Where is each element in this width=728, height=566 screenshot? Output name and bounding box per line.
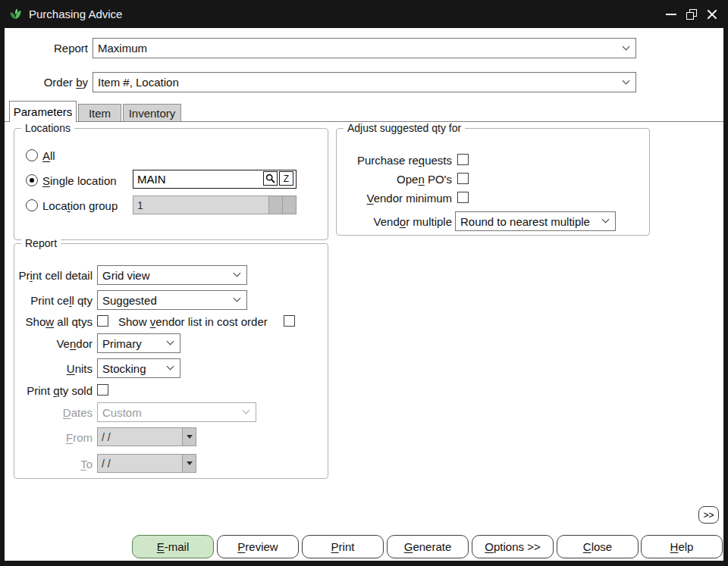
vendor-label: Vendor [8, 338, 93, 350]
chevron-down-icon [234, 295, 241, 302]
minimize-icon [666, 14, 676, 15]
purchasing-advice-window: Purchasing Advice Report Maximum Order b… [0, 0, 728, 566]
tab-parameters[interactable]: Parameters [9, 101, 77, 122]
vendor-minimum-label: Vendor minimum [338, 192, 452, 205]
order-by-dropdown[interactable]: Item #, Location [93, 72, 636, 92]
single-location-field: Z [133, 170, 297, 189]
print-qty-sold-checkbox[interactable] [97, 384, 108, 396]
report-dropdown[interactable]: Maximum [93, 38, 636, 58]
chevron-down-icon [167, 363, 174, 371]
generate-button[interactable]: Generate [387, 535, 469, 558]
location-group-value: 1 [137, 199, 143, 211]
zoom-button[interactable]: Z [279, 171, 293, 186]
print-cell-detail-value: Grid view [102, 269, 150, 282]
chevron-down-icon [234, 270, 241, 277]
spinner-left-button [268, 196, 282, 214]
open-pos-label: Open PO's [338, 174, 452, 186]
location-group-radio[interactable] [26, 199, 38, 211]
app-icon [9, 8, 22, 20]
minimize-button[interactable] [661, 4, 681, 24]
vendor-minimum-checkbox[interactable] [457, 192, 469, 203]
dates-dropdown: Custom [97, 402, 256, 422]
expand-panel-button[interactable]: >> [698, 506, 719, 524]
close-dialog-button[interactable]: Close [557, 535, 639, 558]
chevron-down-icon [602, 216, 610, 224]
print-cell-qty-dropdown[interactable]: Suggested [97, 290, 247, 310]
units-label: Units [8, 363, 93, 375]
window-controls [661, 0, 722, 28]
single-location-radio[interactable] [26, 174, 38, 186]
zoom-glyph: Z [284, 174, 289, 184]
options-button[interactable]: Options >> [472, 535, 554, 558]
close-button[interactable] [701, 4, 722, 24]
calendar-dropdown-icon [182, 428, 196, 446]
chevron-down-icon [243, 407, 250, 414]
adjust-qty-legend: Adjust suggested qty for [344, 122, 465, 134]
restore-button[interactable] [681, 4, 701, 24]
show-vendor-list-checkbox[interactable] [284, 315, 295, 327]
to-label: To [8, 458, 93, 471]
close-icon [706, 8, 718, 20]
all-label: All [42, 150, 55, 162]
vendor-dropdown[interactable]: Primary [97, 333, 180, 353]
dates-value: Custom [102, 406, 142, 419]
print-cell-qty-value: Suggested [102, 294, 157, 307]
tab-item[interactable]: Item [78, 104, 121, 121]
location-group-field: 1 [133, 195, 297, 214]
vendor-multiple-label: Vendor multiple [338, 216, 452, 228]
single-location-label: Single location [42, 175, 117, 187]
to-date-value: / / [102, 458, 111, 470]
print-button[interactable]: Print [302, 535, 384, 558]
purchase-requests-label: Purchase requests [338, 155, 452, 167]
show-all-qtys-checkbox[interactable] [97, 315, 108, 327]
locations-legend: Locations [21, 122, 74, 134]
spinner-right-button [282, 196, 296, 214]
report-label: Report [9, 42, 88, 55]
from-label: From [8, 432, 93, 444]
units-value: Stocking [102, 362, 146, 375]
vendor-multiple-dropdown[interactable]: Round to nearest multiple [455, 211, 616, 231]
lookup-button[interactable] [263, 171, 278, 186]
units-dropdown[interactable]: Stocking [97, 358, 180, 378]
tab-label: Parameters [14, 105, 73, 118]
print-cell-detail-label: Print cell detail [8, 270, 93, 282]
tab-label: Inventory [129, 107, 176, 120]
chevron-down-icon [623, 77, 630, 84]
order-by-value: Item #, Location [98, 76, 179, 89]
show-all-qtys-label: Show all qtys [8, 316, 93, 328]
to-date-field: / / [97, 454, 196, 473]
vendor-value: Primary [102, 337, 142, 350]
vendor-multiple-value: Round to nearest multiple [460, 215, 590, 228]
purchase-requests-checkbox[interactable] [457, 154, 469, 165]
chevron-down-icon [623, 42, 630, 50]
report-legend: Report [21, 237, 61, 249]
restore-icon [686, 9, 697, 20]
location-group-label: Location group [42, 200, 118, 212]
all-radio[interactable] [26, 149, 38, 161]
dialog-body: Report Maximum Order by Item #, Location… [5, 28, 723, 561]
report-value: Maximum [98, 42, 147, 55]
show-vendor-list-label: Show vendor list in cost order [118, 316, 268, 328]
print-qty-sold-label: Print qty sold [8, 385, 93, 397]
titlebar: Purchasing Advice [0, 0, 728, 28]
preview-button[interactable]: Preview [217, 535, 299, 558]
print-cell-qty-label: Print cell qty [8, 295, 93, 307]
dates-label: Dates [8, 407, 93, 419]
from-date-field: / / [97, 427, 196, 446]
tab-label: Item [89, 107, 111, 120]
calendar-dropdown-icon [182, 455, 196, 472]
open-pos-checkbox[interactable] [457, 173, 469, 184]
email-button[interactable]: E-mail [132, 535, 214, 558]
window-title: Purchasing Advice [29, 8, 122, 20]
tab-inventory[interactable]: Inventory [123, 104, 181, 121]
magnifier-icon [265, 174, 275, 183]
order-by-label: Order by [9, 77, 88, 89]
help-button[interactable]: Help [641, 535, 723, 558]
chevron-down-icon [167, 338, 174, 346]
from-date-value: / / [102, 431, 111, 443]
print-cell-detail-dropdown[interactable]: Grid view [97, 265, 247, 285]
